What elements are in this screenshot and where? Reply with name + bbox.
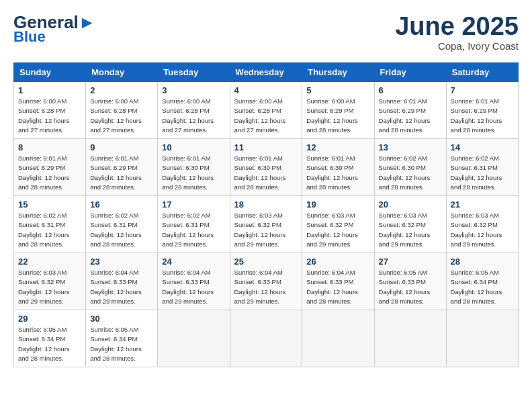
daylight-hours: Daylight: 12 hours and 28 minutes. <box>90 174 142 191</box>
day-number: 23 <box>90 257 153 267</box>
day-number: 8 <box>18 142 81 152</box>
day-number: 19 <box>306 199 369 210</box>
day-number: 22 <box>18 257 81 267</box>
day-info: Sunrise: 6:01 AM Sunset: 6:29 PM Dayligh… <box>379 97 442 135</box>
day-info: Sunrise: 6:01 AM Sunset: 6:29 PM Dayligh… <box>451 97 514 135</box>
table-row: 1 Sunrise: 6:00 AM Sunset: 6:28 PM Dayli… <box>14 82 86 139</box>
table-row: 29 Sunrise: 6:05 AM Sunset: 6:34 PM Dayl… <box>14 310 86 367</box>
day-info: Sunrise: 6:03 AM Sunset: 6:32 PM Dayligh… <box>234 211 298 249</box>
day-number: 3 <box>162 85 225 95</box>
day-info: Sunrise: 6:04 AM Sunset: 6:33 PM Dayligh… <box>234 268 298 306</box>
sunrise-time: Sunrise: 6:00 AM <box>162 97 210 105</box>
sunrise-time: Sunrise: 6:00 AM <box>90 97 138 105</box>
table-row <box>302 310 374 367</box>
day-info: Sunrise: 6:02 AM Sunset: 6:31 PM Dayligh… <box>162 211 225 249</box>
sunset-time: Sunset: 6:33 PM <box>234 278 281 285</box>
daylight-hours: Daylight: 12 hours and 28 minutes. <box>379 288 431 305</box>
daylight-hours: Daylight: 12 hours and 27 minutes. <box>90 117 142 134</box>
day-number: 27 <box>379 257 442 267</box>
daylight-hours: Daylight: 12 hours and 29 minutes. <box>451 231 502 248</box>
sunset-time: Sunset: 6:34 PM <box>451 278 498 285</box>
sunset-time: Sunset: 6:32 PM <box>306 221 353 228</box>
table-row: 24 Sunrise: 6:04 AM Sunset: 6:33 PM Dayl… <box>158 253 230 310</box>
table-row: 4 Sunrise: 6:00 AM Sunset: 6:28 PM Dayli… <box>230 82 302 139</box>
day-number: 18 <box>234 199 298 210</box>
daylight-hours: Daylight: 12 hours and 28 minutes. <box>451 288 502 305</box>
sunset-time: Sunset: 6:34 PM <box>18 335 65 342</box>
sunset-time: Sunset: 6:29 PM <box>379 107 426 114</box>
sunrise-time: Sunrise: 6:02 AM <box>162 212 210 219</box>
table-row: 16 Sunrise: 6:02 AM Sunset: 6:31 PM Dayl… <box>86 196 158 253</box>
sunset-time: Sunset: 6:29 PM <box>451 107 498 114</box>
daylight-hours: Daylight: 12 hours and 28 minutes. <box>306 117 358 134</box>
table-row <box>230 310 302 367</box>
sunset-time: Sunset: 6:31 PM <box>18 221 65 228</box>
day-info: Sunrise: 6:00 AM Sunset: 6:28 PM Dayligh… <box>18 97 81 135</box>
day-number: 9 <box>90 142 153 152</box>
sunset-time: Sunset: 6:29 PM <box>90 164 137 171</box>
table-row: 27 Sunrise: 6:05 AM Sunset: 6:33 PM Dayl… <box>374 253 446 310</box>
sunrise-time: Sunrise: 6:03 AM <box>18 269 66 276</box>
table-row <box>446 310 518 367</box>
sunrise-time: Sunrise: 6:05 AM <box>379 269 427 276</box>
day-number: 15 <box>18 199 81 210</box>
calendar-body: 1 Sunrise: 6:00 AM Sunset: 6:28 PM Dayli… <box>14 82 519 367</box>
sunrise-time: Sunrise: 6:01 AM <box>234 154 283 162</box>
location-label: Copa, Ivory Coast <box>395 40 519 52</box>
day-number: 13 <box>379 142 442 152</box>
day-info: Sunrise: 6:05 AM Sunset: 6:34 PM Dayligh… <box>451 268 514 306</box>
sunrise-time: Sunrise: 6:01 AM <box>451 97 499 105</box>
day-info: Sunrise: 6:03 AM Sunset: 6:32 PM Dayligh… <box>18 268 81 306</box>
sunrise-time: Sunrise: 6:01 AM <box>379 97 427 105</box>
day-number: 28 <box>451 257 514 267</box>
sunrise-time: Sunrise: 6:02 AM <box>90 212 138 219</box>
daylight-hours: Daylight: 12 hours and 28 minutes. <box>18 345 70 362</box>
day-info: Sunrise: 6:02 AM Sunset: 6:30 PM Dayligh… <box>379 154 442 192</box>
sunset-time: Sunset: 6:28 PM <box>18 107 65 114</box>
col-wednesday: Wednesday <box>230 63 302 82</box>
col-friday: Friday <box>374 63 446 82</box>
sunrise-time: Sunrise: 6:03 AM <box>306 212 355 219</box>
table-row: 26 Sunrise: 6:04 AM Sunset: 6:33 PM Dayl… <box>302 253 374 310</box>
table-row: 28 Sunrise: 6:05 AM Sunset: 6:34 PM Dayl… <box>446 253 518 310</box>
daylight-hours: Daylight: 12 hours and 28 minutes. <box>379 174 431 191</box>
daylight-hours: Daylight: 12 hours and 29 minutes. <box>90 288 142 305</box>
day-number: 25 <box>234 257 298 267</box>
table-row: 19 Sunrise: 6:03 AM Sunset: 6:32 PM Dayl… <box>302 196 374 253</box>
sunset-time: Sunset: 6:30 PM <box>379 164 426 171</box>
sunset-time: Sunset: 6:34 PM <box>90 335 137 342</box>
day-number: 24 <box>162 257 225 267</box>
col-tuesday: Tuesday <box>158 63 230 82</box>
table-row: 11 Sunrise: 6:01 AM Sunset: 6:30 PM Dayl… <box>230 139 302 196</box>
daylight-hours: Daylight: 12 hours and 28 minutes. <box>306 288 358 305</box>
day-number: 14 <box>451 142 514 152</box>
sunrise-time: Sunrise: 6:01 AM <box>90 154 138 162</box>
table-row: 7 Sunrise: 6:01 AM Sunset: 6:29 PM Dayli… <box>446 82 518 139</box>
sunrise-time: Sunrise: 6:01 AM <box>306 154 355 162</box>
daylight-hours: Daylight: 12 hours and 28 minutes. <box>90 231 142 248</box>
table-row: 30 Sunrise: 6:05 AM Sunset: 6:34 PM Dayl… <box>86 310 158 367</box>
daylight-hours: Daylight: 12 hours and 29 minutes. <box>234 231 286 248</box>
table-row: 10 Sunrise: 6:01 AM Sunset: 6:30 PM Dayl… <box>158 139 230 196</box>
table-row: 5 Sunrise: 6:00 AM Sunset: 6:29 PM Dayli… <box>302 82 374 139</box>
daylight-hours: Daylight: 12 hours and 29 minutes. <box>379 231 431 248</box>
day-info: Sunrise: 6:00 AM Sunset: 6:28 PM Dayligh… <box>234 97 298 135</box>
day-number: 21 <box>451 199 514 210</box>
month-title: June 2025 <box>395 13 519 39</box>
sunset-time: Sunset: 6:31 PM <box>162 221 209 228</box>
day-number: 16 <box>90 199 153 210</box>
sunset-time: Sunset: 6:30 PM <box>162 164 209 171</box>
day-info: Sunrise: 6:05 AM Sunset: 6:34 PM Dayligh… <box>90 325 153 363</box>
calendar-row-3: 15 Sunrise: 6:02 AM Sunset: 6:31 PM Dayl… <box>14 196 519 253</box>
day-number: 17 <box>162 199 225 210</box>
logo: General► Blue <box>13 13 96 44</box>
col-monday: Monday <box>86 63 158 82</box>
sunrise-time: Sunrise: 6:05 AM <box>18 326 66 333</box>
sunset-time: Sunset: 6:32 PM <box>451 221 498 228</box>
calendar-row-2: 8 Sunrise: 6:01 AM Sunset: 6:29 PM Dayli… <box>14 139 519 196</box>
day-number: 11 <box>234 142 298 152</box>
day-info: Sunrise: 6:04 AM Sunset: 6:33 PM Dayligh… <box>162 268 225 306</box>
sunset-time: Sunset: 6:29 PM <box>18 164 65 171</box>
calendar-header-row: Sunday Monday Tuesday Wednesday Thursday… <box>14 63 519 82</box>
day-info: Sunrise: 6:00 AM Sunset: 6:28 PM Dayligh… <box>162 97 225 135</box>
